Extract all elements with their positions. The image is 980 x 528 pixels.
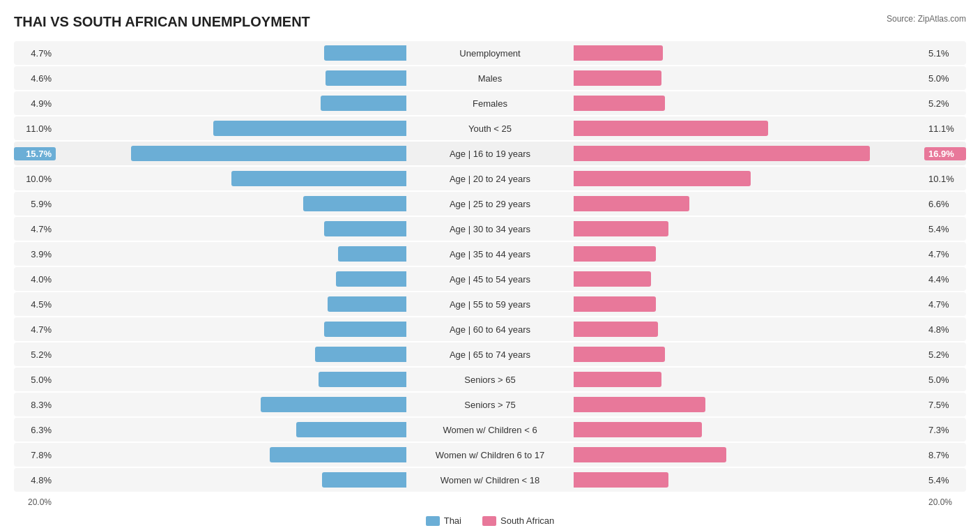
right-bar bbox=[574, 146, 870, 161]
left-value: 5.2% bbox=[14, 349, 56, 360]
chart-header: THAI VS SOUTH AFRICAN UNEMPLOYMENT Sourc… bbox=[14, 14, 966, 30]
right-value: 5.4% bbox=[924, 224, 966, 234]
row-label: Age | 20 to 24 years bbox=[406, 174, 574, 184]
right-bar bbox=[574, 422, 702, 437]
right-bar-area bbox=[574, 443, 924, 467]
left-value: 15.7% bbox=[14, 147, 56, 160]
left-bar-area bbox=[56, 468, 406, 492]
row-label: Age | 55 to 59 years bbox=[406, 299, 574, 310]
right-value: 4.8% bbox=[924, 324, 966, 335]
row-label: Seniors > 75 bbox=[406, 400, 574, 410]
row-label: Seniors > 65 bbox=[406, 375, 574, 385]
left-bar bbox=[326, 70, 406, 86]
right-bar-area bbox=[574, 192, 924, 216]
bar-row: 3.9% Age | 35 to 44 years 4.7% bbox=[14, 242, 966, 266]
right-bar-area bbox=[574, 368, 924, 391]
right-bar-area bbox=[574, 116, 924, 140]
right-value: 5.1% bbox=[924, 48, 966, 59]
right-bar bbox=[574, 196, 689, 211]
right-bar-area bbox=[574, 41, 924, 65]
left-bar bbox=[324, 322, 406, 337]
right-bar-area bbox=[574, 317, 924, 341]
bar-row: 15.7% Age | 16 to 19 years 16.9% bbox=[14, 142, 966, 165]
right-bar-area bbox=[574, 242, 924, 266]
thai-color-box bbox=[426, 516, 440, 526]
rows-container: 4.7% Unemployment 5.1% 4.6% Males 5.0% 4… bbox=[14, 41, 966, 492]
right-bar bbox=[574, 45, 663, 61]
left-bar bbox=[261, 397, 406, 412]
row-label: Age | 30 to 34 years bbox=[406, 224, 574, 234]
left-bar bbox=[319, 372, 406, 387]
right-bar-area bbox=[574, 342, 924, 366]
row-label: Age | 25 to 29 years bbox=[406, 199, 574, 209]
right-bar-area bbox=[574, 66, 924, 90]
bar-row: 4.6% Males 5.0% bbox=[14, 66, 966, 90]
left-bar-area bbox=[56, 242, 406, 266]
row-label: Age | 45 to 54 years bbox=[406, 274, 574, 285]
bar-row: 4.0% Age | 45 to 54 years 4.4% bbox=[14, 267, 966, 291]
right-bar-area bbox=[574, 217, 924, 241]
axis-right-value: 20.0% bbox=[924, 497, 966, 507]
bar-row: 4.8% Women w/ Children < 18 5.4% bbox=[14, 468, 966, 492]
left-bar-area bbox=[56, 66, 406, 90]
left-bar-area bbox=[56, 192, 406, 216]
row-label: Age | 35 to 44 years bbox=[406, 249, 574, 259]
right-value: 4.7% bbox=[924, 299, 966, 310]
left-bar-area bbox=[56, 116, 406, 140]
right-bar bbox=[574, 271, 651, 287]
bar-row: 11.0% Youth < 25 11.1% bbox=[14, 116, 966, 140]
right-bar bbox=[574, 246, 656, 262]
left-value: 4.7% bbox=[14, 324, 56, 335]
axis-left-value: 20.0% bbox=[14, 497, 56, 507]
right-value: 11.1% bbox=[924, 123, 966, 134]
left-bar-area bbox=[56, 393, 406, 416]
row-label: Age | 65 to 74 years bbox=[406, 349, 574, 360]
left-value: 5.9% bbox=[14, 199, 56, 209]
row-label: Age | 60 to 64 years bbox=[406, 324, 574, 335]
left-bar bbox=[336, 271, 406, 287]
left-value: 7.8% bbox=[14, 450, 56, 460]
right-value: 5.2% bbox=[924, 98, 966, 109]
row-label: Women w/ Children 6 to 17 bbox=[406, 450, 574, 460]
right-value: 7.3% bbox=[924, 425, 966, 435]
bar-row: 4.7% Age | 30 to 34 years 5.4% bbox=[14, 217, 966, 241]
left-value: 3.9% bbox=[14, 249, 56, 259]
bar-row: 4.9% Females 5.2% bbox=[14, 91, 966, 115]
left-bar bbox=[131, 146, 406, 161]
chart-container: THAI VS SOUTH AFRICAN UNEMPLOYMENT Sourc… bbox=[0, 0, 980, 528]
right-value: 4.7% bbox=[924, 249, 966, 259]
left-bar bbox=[338, 246, 406, 262]
left-bar bbox=[270, 447, 406, 462]
right-bar bbox=[574, 322, 658, 337]
right-value: 5.2% bbox=[924, 349, 966, 360]
left-value: 11.0% bbox=[14, 123, 56, 134]
left-value: 5.0% bbox=[14, 375, 56, 385]
right-bar-area bbox=[574, 393, 924, 416]
right-bar bbox=[574, 121, 768, 136]
left-value: 10.0% bbox=[14, 174, 56, 184]
right-bar bbox=[574, 296, 656, 312]
row-label: Females bbox=[406, 98, 574, 109]
left-bar-area bbox=[56, 41, 406, 65]
right-value: 10.1% bbox=[924, 174, 966, 184]
left-value: 4.7% bbox=[14, 48, 56, 59]
left-value: 4.0% bbox=[14, 274, 56, 285]
left-value: 8.3% bbox=[14, 400, 56, 410]
left-value: 4.5% bbox=[14, 299, 56, 310]
right-bar-area bbox=[574, 91, 924, 115]
bar-row: 8.3% Seniors > 75 7.5% bbox=[14, 393, 966, 416]
left-bar-area bbox=[56, 317, 406, 341]
left-bar-area bbox=[56, 267, 406, 291]
left-bar-area bbox=[56, 368, 406, 391]
bar-row: 4.7% Unemployment 5.1% bbox=[14, 41, 966, 65]
left-bar-area bbox=[56, 342, 406, 366]
right-value: 16.9% bbox=[924, 147, 966, 160]
left-bar bbox=[213, 121, 406, 136]
row-label: Males bbox=[406, 73, 574, 84]
right-value: 5.4% bbox=[924, 475, 966, 485]
right-value: 5.0% bbox=[924, 375, 966, 385]
right-bar bbox=[574, 472, 668, 488]
right-bar-area bbox=[574, 418, 924, 442]
left-bar bbox=[321, 96, 406, 111]
left-bar bbox=[322, 472, 406, 488]
